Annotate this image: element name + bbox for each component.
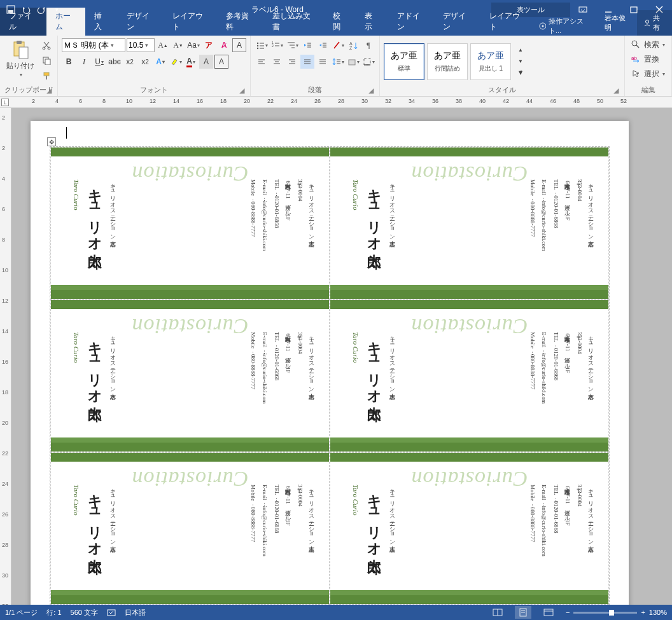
card-name: キュリオ太郎 [84, 485, 106, 585]
tab-mailings[interactable]: 差し込み文書 [263, 8, 324, 36]
change-case-icon[interactable]: Aa▾ [186, 38, 200, 52]
svg-text:A: A [349, 41, 353, 46]
tab-insert[interactable]: 挿入 [85, 8, 117, 36]
numbering-icon[interactable]: 12▾ [270, 38, 284, 52]
line-spacing-icon[interactable]: ▾ [331, 55, 345, 69]
find-button[interactable]: 検索▾ [629, 38, 668, 52]
zoom-slider[interactable] [573, 612, 637, 614]
indent-inc-icon[interactable] [316, 38, 330, 52]
table-move-handle-icon[interactable]: ✥ [47, 137, 56, 146]
tab-layout[interactable]: レイアウト [164, 8, 217, 36]
card-mobile: Mobile：080-8888-7777 [528, 179, 537, 280]
business-card[interactable]: Curiostation キュリオステーション志木店 キュリオ太郎 Taro C… [50, 452, 330, 605]
font-size-combo[interactable]: 10.5▾ [127, 38, 155, 52]
tab-design[interactable]: デザイン [118, 8, 164, 36]
business-card[interactable]: Curiostation キュリオステーション志木店 キュリオ太郎 Taro C… [330, 147, 609, 300]
indent-dec-icon[interactable] [300, 38, 314, 52]
label-table[interactable]: Curiostation キュリオステーション志木店 キュリオ太郎 Taro C… [50, 146, 610, 605]
subscript-icon[interactable]: x2 [123, 55, 137, 69]
share-button[interactable]: 共有 [637, 10, 672, 36]
status-page[interactable]: 1/1 ページ [5, 608, 38, 617]
italic-icon[interactable]: I [77, 55, 91, 69]
char-shading-icon[interactable]: A [199, 55, 213, 69]
grow-font-icon[interactable]: A▲ [156, 38, 170, 52]
show-marks-icon[interactable]: ¶ [361, 38, 375, 52]
svg-point-21 [256, 45, 258, 46]
style-nospacing[interactable]: あア亜行間詰め [427, 43, 468, 80]
superscript-icon[interactable]: x2 [138, 55, 152, 69]
zoom-in-icon[interactable]: + [641, 609, 645, 616]
font-color-icon[interactable]: A▾ [184, 55, 198, 69]
copy-icon[interactable] [39, 53, 53, 67]
char-border-icon[interactable]: A [214, 55, 228, 69]
styles-down-icon[interactable]: ▼ [514, 56, 528, 67]
strike-icon[interactable]: abc [108, 55, 122, 69]
cut-icon[interactable] [39, 38, 53, 52]
status-language[interactable]: 日本語 [125, 608, 146, 617]
format-painter-icon[interactable] [39, 69, 53, 83]
zoom-level[interactable]: 130% [649, 609, 667, 616]
styles-up-icon[interactable]: ▲ [514, 45, 528, 56]
tab-table-layout[interactable]: レイアウト [480, 8, 534, 36]
bullets-icon[interactable]: ▾ [255, 38, 269, 52]
dialog-launcher-icon[interactable]: ◢ [45, 86, 53, 95]
business-card[interactable]: Curiostation キュリオステーション志木店 キュリオ太郎 Taro C… [50, 300, 330, 452]
tab-table-design[interactable]: デザイン [434, 8, 480, 36]
web-layout-icon[interactable] [540, 606, 557, 619]
qat-customize-icon[interactable]: ▾ [50, 3, 64, 17]
shading-icon[interactable]: ▾ [346, 55, 360, 69]
card-shop: キュリオステーション志木店 [109, 179, 118, 280]
business-card[interactable]: Curiostation キュリオステーション志木店 キュリオ太郎 Taro C… [330, 452, 609, 605]
phonetic-guide-icon[interactable]: ア [202, 38, 216, 52]
undo-icon[interactable] [19, 3, 33, 17]
tab-review[interactable]: 校閲 [324, 8, 356, 36]
group-font: ＭＳ 明朝 (本▾ 10.5▾ A▲ A▼ Aa▾ ア A̷ A B I U▾ … [58, 36, 251, 96]
status-words[interactable]: 560 文字 [71, 608, 98, 617]
redo-icon[interactable] [34, 3, 48, 17]
card-tel: TEL：0120-01-6868 [551, 179, 560, 280]
style-normal[interactable]: あア亜標準 [384, 43, 424, 80]
underline-icon[interactable]: U▾ [92, 55, 106, 69]
align-right-icon[interactable] [285, 55, 299, 69]
sort-icon[interactable]: AZ [346, 38, 360, 52]
style-heading1[interactable]: あア亜見出し 1 [470, 43, 511, 80]
styles-more-icon[interactable]: ▼̄ [514, 67, 528, 79]
multilevel-icon[interactable]: ▾ [285, 38, 299, 52]
align-justify-icon[interactable] [300, 55, 314, 69]
read-mode-icon[interactable] [489, 606, 506, 619]
bold-icon[interactable]: B [62, 55, 76, 69]
clear-format-icon[interactable]: A̷ [217, 38, 231, 52]
tab-view[interactable]: 表示 [356, 8, 388, 36]
zoom-out-icon[interactable]: − [566, 609, 570, 616]
zoom-control[interactable]: − + 130% [566, 609, 667, 616]
align-left-icon[interactable] [255, 55, 269, 69]
align-distribute-icon[interactable] [316, 55, 330, 69]
dialog-launcher-icon[interactable]: ◢ [367, 86, 375, 95]
enclosed-char-icon[interactable]: A [232, 38, 246, 52]
save-icon[interactable] [4, 3, 18, 17]
borders-icon[interactable]: ▾ [361, 55, 375, 69]
select-button[interactable]: 選択▾ [629, 67, 668, 81]
document-page[interactable]: ✥ Curiostation キュリオステーション志木店 キュリオ太郎 Taro… [31, 121, 629, 605]
font-name-combo[interactable]: ＭＳ 明朝 (本▾ [62, 38, 125, 52]
highlight-icon[interactable]: ▾ [169, 55, 183, 69]
user-name[interactable]: 岩本俊明 [598, 10, 637, 36]
business-card[interactable]: Curiostation キュリオステーション志木店 キュリオ太郎 Taro C… [330, 300, 609, 452]
replace-button[interactable]: ab置換 [629, 53, 668, 66]
tell-me[interactable]: 操作アシスト... [534, 17, 598, 36]
proofing-icon[interactable] [107, 608, 116, 617]
text-effects-icon[interactable]: A▾ [153, 55, 167, 69]
align-center-icon[interactable] [270, 55, 284, 69]
paste-button[interactable]: 貼り付け ▾ [4, 38, 37, 79]
dialog-launcher-icon[interactable]: ◢ [237, 86, 246, 95]
shrink-font-icon[interactable]: A▼ [171, 38, 185, 52]
asian-layout-icon[interactable]: ▾ [331, 38, 345, 52]
vertical-ruler[interactable]: 22468101214161820222426283032 [0, 108, 11, 605]
print-layout-icon[interactable] [515, 606, 531, 619]
tab-references[interactable]: 参考資料 [217, 8, 263, 36]
status-line[interactable]: 行: 1 [46, 608, 61, 617]
horizontal-ruler[interactable]: L246810121416182022242628303234363840424… [0, 97, 672, 108]
dialog-launcher-icon[interactable]: ◢ [612, 86, 620, 95]
business-card[interactable]: Curiostation キュリオステーション志木店 キュリオ太郎 Taro C… [50, 147, 330, 300]
tab-addins[interactable]: アドイン [388, 8, 435, 36]
